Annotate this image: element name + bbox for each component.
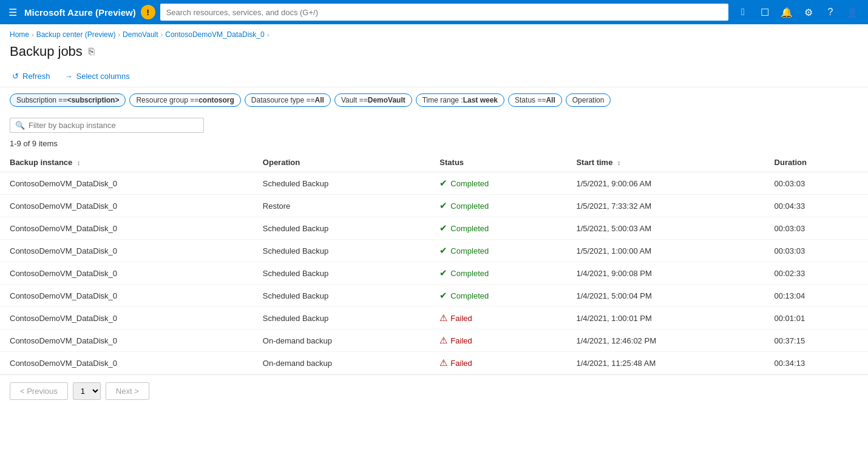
col-backup-instance: Backup instance ↕ <box>0 153 253 172</box>
table-container: Backup instance ↕ Operation Status Start… <box>0 153 868 374</box>
search-area: 🔍 <box>0 113 868 137</box>
page-select[interactable]: 1 <box>73 382 101 400</box>
cell-duration: 00:03:03 <box>765 172 868 195</box>
table-row[interactable]: ContosoDemoVM_DataDisk_0 Scheduled Backu… <box>0 240 868 262</box>
settings-icon[interactable]: ⚙ <box>799 2 818 22</box>
cell-operation: Scheduled Backup <box>253 172 430 195</box>
search-icon: 🔍 <box>15 121 25 130</box>
filter-operation[interactable]: Operation <box>566 93 611 107</box>
cell-duration: 00:34:13 <box>765 352 868 374</box>
table-row[interactable]: ContosoDemoVM_DataDisk_0 On-demand backu… <box>0 330 868 352</box>
filter-time-range[interactable]: Time range : Last week <box>416 93 504 107</box>
status-ok-icon: ✔ <box>439 223 447 234</box>
status-cell: ⚠Failed <box>439 313 557 323</box>
cell-status: ✔Completed <box>430 262 566 285</box>
breadcrumb-sep-1: › <box>32 31 34 38</box>
cell-instance: ContosoDemoVM_DataDisk_0 <box>0 285 253 307</box>
status-cell: ✔Completed <box>439 245 557 256</box>
search-input[interactable] <box>29 121 198 130</box>
status-cell: ⚠Failed <box>439 357 557 368</box>
status-cell: ✔Completed <box>439 200 557 211</box>
table-row[interactable]: ContosoDemoVM_DataDisk_0 On-demand backu… <box>0 352 868 374</box>
status-ok-icon: ✔ <box>439 200 447 211</box>
filter-status[interactable]: Status == All <box>508 93 562 107</box>
table-body: ContosoDemoVM_DataDisk_0 Scheduled Backu… <box>0 172 868 374</box>
table-row[interactable]: ContosoDemoVM_DataDisk_0 Scheduled Backu… <box>0 307 868 330</box>
cell-status: ⚠Failed <box>430 307 566 330</box>
refresh-label: Refresh <box>22 72 50 81</box>
columns-label: Select columns <box>76 72 130 81</box>
cell-instance: ContosoDemoVM_DataDisk_0 <box>0 262 253 285</box>
table-row[interactable]: ContosoDemoVM_DataDisk_0 Scheduled Backu… <box>0 217 868 240</box>
cell-status: ⚠Failed <box>430 330 566 352</box>
previous-button[interactable]: < Previous <box>10 382 68 400</box>
cell-instance: ContosoDemoVM_DataDisk_0 <box>0 217 253 240</box>
cell-operation: Scheduled Backup <box>253 240 430 262</box>
status-ok-icon: ✔ <box>439 245 447 256</box>
user-icon[interactable]: 👤 <box>843 2 862 22</box>
status-ok-icon: ✔ <box>439 290 447 301</box>
breadcrumb-sep-3: › <box>161 31 163 38</box>
col-start-time: Start time ↕ <box>566 153 764 172</box>
bell-icon[interactable]: 🔔 <box>777 2 796 22</box>
cell-status: ✔Completed <box>430 240 566 262</box>
filter-vault[interactable]: Vault == DemoVault <box>334 93 412 107</box>
table-header: Backup instance ↕ Operation Status Start… <box>0 153 868 172</box>
status-cell: ✔Completed <box>439 178 557 189</box>
cell-duration: 00:37:15 <box>765 330 868 352</box>
cell-start-time: 1/5/2021, 7:33:32 AM <box>566 195 764 217</box>
table-row[interactable]: ContosoDemoVM_DataDisk_0 Scheduled Backu… <box>0 285 868 307</box>
status-fail-icon: ⚠ <box>439 335 447 346</box>
col-duration: Duration <box>765 153 868 172</box>
cell-operation: Restore <box>253 195 430 217</box>
refresh-icon: ↺ <box>12 72 19 81</box>
filters-row: Subscription == <subscription> Resource … <box>0 87 868 113</box>
hamburger-icon[interactable]: ☰ <box>6 4 19 21</box>
app-title: Microsoft Azure (Preview) <box>24 7 136 18</box>
table-row[interactable]: ContosoDemoVM_DataDisk_0 Scheduled Backu… <box>0 262 868 285</box>
help-icon[interactable]: ? <box>821 2 840 22</box>
status-fail-icon: ⚠ <box>439 357 447 368</box>
sort-icon-instance[interactable]: ↕ <box>77 159 81 166</box>
table-row[interactable]: ContosoDemoVM_DataDisk_0 Restore ✔Comple… <box>0 195 868 217</box>
pagination: < Previous 1 Next > <box>0 374 868 407</box>
select-columns-button[interactable]: → Select columns <box>63 69 132 83</box>
status-cell: ✔Completed <box>439 268 557 279</box>
next-button[interactable]: Next > <box>106 382 149 400</box>
filter-subscription[interactable]: Subscription == <subscription> <box>10 93 126 107</box>
cell-instance: ContosoDemoVM_DataDisk_0 <box>0 195 253 217</box>
status-cell: ✔Completed <box>439 223 557 234</box>
cell-status: ✔Completed <box>430 195 566 217</box>
item-count: 1-9 of 9 items <box>0 137 868 153</box>
cell-start-time: 1/4/2021, 11:25:48 AM <box>566 352 764 374</box>
breadcrumb: Home › Backup center (Preview) › DemoVau… <box>0 24 868 41</box>
cell-instance: ContosoDemoVM_DataDisk_0 <box>0 307 253 330</box>
print-icon[interactable]: ⎘ <box>89 46 95 57</box>
breadcrumb-demovault[interactable]: DemoVault <box>123 30 158 39</box>
cell-start-time: 1/5/2021, 9:00:06 AM <box>566 172 764 195</box>
breadcrumb-contoso-disk[interactable]: ContosoDemoVM_DataDisk_0 <box>165 30 264 39</box>
terminal-icon[interactable]:  <box>733 2 753 22</box>
filter-datasource-type[interactable]: Datasource type == All <box>245 93 331 107</box>
cell-instance: ContosoDemoVM_DataDisk_0 <box>0 240 253 262</box>
status-cell: ✔Completed <box>439 290 557 301</box>
filter-resource-group[interactable]: Resource group == contosorg <box>129 93 240 107</box>
portal-icon[interactable]: ☐ <box>755 2 775 22</box>
sort-icon-start-time[interactable]: ↕ <box>617 159 621 166</box>
backup-jobs-table: Backup instance ↕ Operation Status Start… <box>0 153 868 374</box>
breadcrumb-sep-2: › <box>118 31 120 38</box>
refresh-button[interactable]: ↺ Refresh <box>10 69 53 83</box>
status-ok-icon: ✔ <box>439 178 447 189</box>
cell-start-time: 1/4/2021, 1:00:01 PM <box>566 307 764 330</box>
cell-duration: 00:13:04 <box>765 285 868 307</box>
breadcrumb-sep-4: › <box>267 31 270 38</box>
toolbar: ↺ Refresh → Select columns <box>0 66 868 87</box>
table-row[interactable]: ContosoDemoVM_DataDisk_0 Scheduled Backu… <box>0 172 868 195</box>
cell-operation: On-demand backup <box>253 352 430 374</box>
breadcrumb-backup-center[interactable]: Backup center (Preview) <box>36 30 116 39</box>
breadcrumb-home[interactable]: Home <box>10 30 29 39</box>
cell-start-time: 1/5/2021, 5:00:03 AM <box>566 217 764 240</box>
global-search-input[interactable] <box>160 4 728 21</box>
page-title-area: Backup jobs ⎘ <box>0 41 868 66</box>
cell-duration: 00:01:01 <box>765 307 868 330</box>
